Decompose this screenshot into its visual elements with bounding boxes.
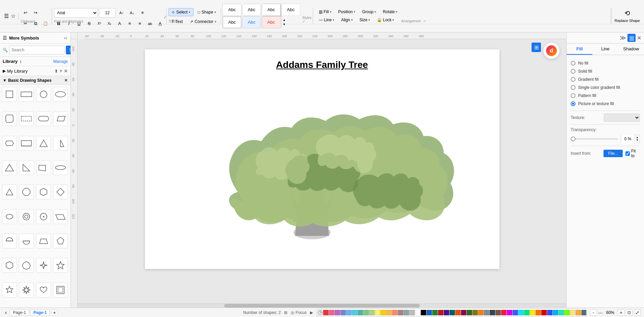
shape-frame[interactable]: [53, 283, 68, 297]
fill-option-solid[interactable]: Solid fill: [571, 67, 640, 75]
color-white[interactable]: [415, 310, 420, 315]
superscript-button[interactable]: X²: [95, 19, 104, 28]
select-button[interactable]: ⊹ Select ▾: [169, 8, 194, 16]
transparency-down[interactable]: ▼: [636, 139, 639, 142]
color-teal-accent[interactable]: [559, 310, 564, 315]
color-black[interactable]: [421, 310, 426, 315]
color-purple[interactable]: [335, 310, 340, 315]
menu-icon[interactable]: ☰: [4, 13, 9, 19]
zoom-out-btn[interactable]: -: [590, 309, 597, 316]
add-page-btn[interactable]: +: [51, 309, 58, 316]
canvas-scroll[interactable]: d ⊞ Addams Family Tree: [78, 39, 566, 308]
color-orange-accent[interactable]: [536, 310, 541, 315]
shape-heptagon[interactable]: [19, 258, 34, 273]
shape-oval-wide[interactable]: [53, 160, 68, 175]
style-item-3[interactable]: Abc: [281, 4, 300, 16]
color-red[interactable]: [323, 310, 329, 315]
color-brown2[interactable]: [495, 310, 501, 315]
shape-diamond[interactable]: [53, 185, 68, 199]
color-blue-accent[interactable]: [513, 310, 518, 315]
clear-format-button[interactable]: A: [115, 19, 124, 28]
font-color-button[interactable]: A: [155, 19, 165, 28]
arrangement-expand-icon[interactable]: ⤢: [423, 19, 426, 23]
collapse-sidebar-btn[interactable]: ‹‹: [63, 34, 68, 41]
color-teal[interactable]: [358, 310, 363, 315]
styles-expand-icon[interactable]: ⤢: [302, 20, 311, 23]
color-steel[interactable]: [582, 310, 587, 315]
search-button[interactable]: Search: [66, 46, 71, 54]
style-item-2[interactable]: Abc: [262, 4, 281, 16]
shape-heart[interactable]: [36, 283, 51, 297]
color-yellow[interactable]: [375, 310, 380, 315]
color-picker-btn[interactable]: [317, 310, 323, 316]
shape-banner-rect[interactable]: [19, 136, 34, 151]
zoom-in-btn[interactable]: +: [618, 309, 624, 316]
style-item-1[interactable]: Abc: [242, 4, 261, 16]
shape-parallelogram[interactable]: [53, 111, 68, 126]
shape-rounded-wide[interactable]: [36, 111, 51, 126]
color-dark-red[interactable]: [438, 310, 443, 315]
panel-close-btn[interactable]: ✕: [637, 35, 641, 41]
fill-icon-btn[interactable]: ▥: [627, 34, 636, 42]
add-library-icon[interactable]: +: [59, 68, 62, 74]
horizontal-scrollbar[interactable]: [78, 303, 566, 308]
prev-page-btn[interactable]: ‹: [3, 309, 8, 316]
list-button[interactable]: ≡: [125, 19, 134, 28]
shape-half-circle2[interactable]: [19, 234, 34, 248]
shape-hexagon-h[interactable]: [2, 136, 17, 151]
color-green-accent[interactable]: [524, 310, 530, 315]
align-button[interactable]: Align ▾: [338, 16, 356, 24]
position-button[interactable]: Position ▾: [335, 8, 359, 16]
tab-fill[interactable]: Fill: [567, 44, 592, 55]
fill-option-single-gradient[interactable]: Single color gradient fill: [571, 83, 640, 92]
shape-square[interactable]: [2, 87, 17, 102]
connector-button[interactable]: ↗ Connector ▾: [187, 18, 219, 26]
layers-btn[interactable]: ⊞: [284, 310, 287, 315]
shape-parallelogram2[interactable]: [53, 209, 68, 224]
texture-select[interactable]: [604, 114, 640, 122]
color-light-blue[interactable]: [553, 310, 558, 315]
shape-triangle-right[interactable]: [53, 136, 68, 151]
shape-trapezoid[interactable]: [36, 234, 51, 248]
styles-more-btn[interactable]: ▲ ▼: [281, 16, 287, 28]
file-button[interactable]: File...: [603, 150, 623, 157]
sort-icon[interactable]: ↕: [20, 59, 22, 64]
page-tab-active[interactable]: Page-1: [30, 309, 50, 316]
replace-shape-button[interactable]: ⟲ Replace Shape: [615, 9, 640, 23]
color-deep-orange[interactable]: [392, 310, 397, 315]
text-align-button[interactable]: ≡: [138, 8, 147, 18]
shape-half-circle[interactable]: [2, 234, 17, 248]
expand-btn[interactable]: ⤢: [634, 309, 641, 316]
shape-circle[interactable]: [36, 87, 51, 102]
focus-btn[interactable]: ◎ Focus: [291, 310, 307, 315]
tab-shadow[interactable]: Shadow: [618, 44, 644, 55]
shape-triangle-right2[interactable]: [19, 160, 34, 175]
tab-line[interactable]: Line: [592, 44, 618, 55]
shape-ring[interactable]: [19, 209, 34, 224]
shape-octagon[interactable]: [19, 185, 34, 199]
shape-wide-ellipse[interactable]: [53, 87, 68, 102]
subscript-button[interactable]: X₂: [105, 19, 114, 28]
close-shapes-icon[interactable]: ✕: [64, 78, 68, 83]
shape-button[interactable]: □ Shape ▾: [195, 8, 219, 16]
style-item-6[interactable]: Abc: [262, 16, 281, 28]
shape-hexagon[interactable]: [36, 185, 51, 199]
collapse-shapes-icon[interactable]: ▼: [3, 78, 7, 83]
list2-button[interactable]: ≡: [135, 19, 145, 28]
fill-button[interactable]: ▥ Fill ▾: [316, 8, 334, 16]
shape-star5[interactable]: [53, 258, 68, 273]
color-yellow-accent[interactable]: [530, 310, 535, 315]
lock-button[interactable]: 🔒 Lock ▾: [374, 16, 397, 24]
star-icon[interactable]: ☆: [11, 13, 16, 19]
color-dark-purple[interactable]: [444, 310, 449, 315]
group-button[interactable]: Group ▾: [359, 8, 379, 16]
expand-arrow-icon[interactable]: ▶: [3, 69, 6, 73]
import-icon[interactable]: ⬆: [54, 69, 58, 74]
panel-expand-btn[interactable]: ≫: [620, 34, 626, 42]
color-blue-dark2[interactable]: [547, 310, 552, 315]
color-olive[interactable]: [467, 310, 472, 315]
shape-triangle-iso2[interactable]: [2, 185, 17, 199]
undo-button[interactable]: ↩: [21, 8, 30, 18]
color-indigo[interactable]: [340, 310, 346, 315]
fill-option-pattern[interactable]: Pattern fill: [571, 92, 640, 100]
